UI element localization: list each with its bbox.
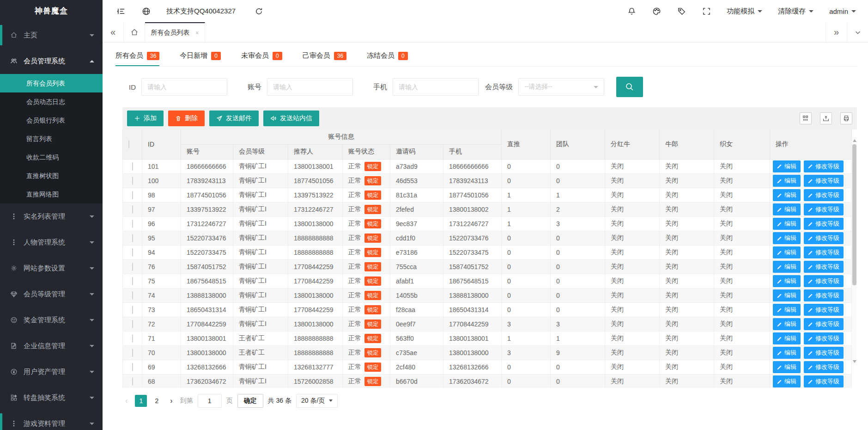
scroll-up-icon[interactable] xyxy=(853,139,856,142)
next-page-icon[interactable]: › xyxy=(167,397,175,405)
modify-level-button[interactable]: 修改等级 xyxy=(804,318,844,330)
collapse-tabs-icon[interactable]: « xyxy=(103,22,124,42)
add-button[interactable]: 添加 xyxy=(127,111,164,126)
print-button[interactable] xyxy=(840,112,852,124)
sidebar-item-3[interactable]: 人物管理系统 xyxy=(0,229,103,255)
row-checkbox[interactable] xyxy=(132,177,133,185)
function-sim-menu[interactable]: 功能模拟 xyxy=(727,7,762,16)
status-locked-badge[interactable]: 锁定 xyxy=(364,319,381,329)
sidebar-item-1[interactable]: 会员管理系统 xyxy=(0,48,103,74)
sidebar-subitem[interactable]: 留言列表 xyxy=(0,129,103,148)
modify-level-button[interactable]: 修改等级 xyxy=(804,347,844,359)
modify-level-button[interactable]: 修改等级 xyxy=(804,218,844,230)
account-filter-input[interactable] xyxy=(267,78,353,96)
modify-level-button[interactable]: 修改等级 xyxy=(804,304,844,316)
id-filter-input[interactable] xyxy=(141,78,227,96)
modify-level-button[interactable]: 修改等级 xyxy=(804,246,844,258)
edit-button[interactable]: 编辑 xyxy=(773,175,801,187)
sidebar-item-10[interactable]: 游戏资料管理 xyxy=(0,411,103,430)
status-locked-badge[interactable]: 锁定 xyxy=(364,305,381,314)
member-tab-0[interactable]: 所有会员36 xyxy=(115,51,159,66)
modify-level-button[interactable]: 修改等级 xyxy=(804,361,844,373)
edit-button[interactable]: 编辑 xyxy=(773,304,801,316)
status-locked-badge[interactable]: 锁定 xyxy=(364,233,381,243)
member-tab-2[interactable]: 未审会员0 xyxy=(241,51,282,66)
edit-button[interactable]: 编辑 xyxy=(773,289,801,301)
row-checkbox[interactable] xyxy=(132,320,133,328)
sidebar-subitem[interactable]: 直推网络图 xyxy=(0,185,103,203)
menu-toggle-icon[interactable] xyxy=(116,6,126,16)
row-checkbox[interactable] xyxy=(132,363,133,371)
refresh-icon[interactable] xyxy=(254,6,263,16)
modify-level-button[interactable]: 修改等级 xyxy=(804,189,844,201)
edit-button[interactable]: 编辑 xyxy=(773,246,801,258)
edit-button[interactable]: 编辑 xyxy=(773,275,801,287)
sidebar-item-9[interactable]: 转盘抽奖系统 xyxy=(0,385,103,411)
row-checkbox[interactable] xyxy=(132,263,133,271)
row-checkbox[interactable] xyxy=(132,291,133,300)
bell-icon[interactable] xyxy=(627,6,636,16)
export-button[interactable] xyxy=(820,112,832,124)
edit-button[interactable]: 编辑 xyxy=(773,347,801,359)
expand-tabs-icon[interactable]: » xyxy=(826,22,847,42)
status-locked-badge[interactable]: 锁定 xyxy=(364,219,381,228)
close-icon[interactable]: × xyxy=(195,29,199,37)
status-locked-badge[interactable]: 锁定 xyxy=(364,348,381,357)
send-email-button[interactable]: 发送邮件 xyxy=(209,111,259,126)
clear-cache-menu[interactable]: 清除缓存 xyxy=(778,7,813,16)
select-all-checkbox[interactable] xyxy=(128,140,129,148)
globe-icon[interactable] xyxy=(141,6,151,16)
status-locked-badge[interactable]: 锁定 xyxy=(364,205,381,214)
modify-level-button[interactable]: 修改等级 xyxy=(804,275,844,287)
status-locked-badge[interactable]: 锁定 xyxy=(364,262,381,271)
edit-button[interactable]: 编辑 xyxy=(773,361,801,373)
edit-button[interactable]: 编辑 xyxy=(773,218,801,230)
tag-icon[interactable] xyxy=(677,6,686,16)
page-size-select[interactable]: 20 条/页 xyxy=(296,394,338,408)
sidebar-item-6[interactable]: 奖金管理系统 xyxy=(0,307,103,333)
modify-level-button[interactable]: 修改等级 xyxy=(804,261,844,273)
prev-page-icon[interactable]: ‹ xyxy=(122,397,130,405)
level-filter-select[interactable]: --请选择-- xyxy=(518,78,604,96)
edit-button[interactable]: 编辑 xyxy=(773,318,801,330)
modify-level-button[interactable]: 修改等级 xyxy=(804,375,844,387)
sidebar-item-4[interactable]: 网站参数设置 xyxy=(0,255,103,281)
modify-level-button[interactable]: 修改等级 xyxy=(804,232,844,244)
phone-filter-input[interactable] xyxy=(393,78,479,96)
status-locked-badge[interactable]: 锁定 xyxy=(364,162,381,171)
status-locked-badge[interactable]: 锁定 xyxy=(364,362,381,372)
row-checkbox[interactable] xyxy=(132,234,133,242)
modify-level-button[interactable]: 修改等级 xyxy=(804,175,844,187)
sidebar-subitem[interactable]: 所有会员列表 xyxy=(0,74,103,92)
tab-menu-chevron-icon[interactable] xyxy=(847,22,868,42)
theme-palette-icon[interactable] xyxy=(652,6,661,16)
edit-button[interactable]: 编辑 xyxy=(773,261,801,273)
scroll-down-icon[interactable] xyxy=(853,360,856,363)
page-number-2[interactable]: 2 xyxy=(151,395,163,407)
sidebar-subitem[interactable]: 收款二维码 xyxy=(0,148,103,166)
sidebar-subitem[interactable]: 直推树状图 xyxy=(0,166,103,185)
member-tab-3[interactable]: 己审会员36 xyxy=(303,51,346,66)
edit-button[interactable]: 编辑 xyxy=(773,160,801,172)
sidebar-item-7[interactable]: 企业信息管理 xyxy=(0,333,103,359)
edit-button[interactable]: 编辑 xyxy=(773,232,801,244)
edit-button[interactable]: 编辑 xyxy=(773,203,801,215)
table-scrollbar[interactable] xyxy=(851,137,857,365)
member-tab-4[interactable]: 冻结会员0 xyxy=(367,51,408,66)
row-checkbox[interactable] xyxy=(132,349,133,357)
status-locked-badge[interactable]: 锁定 xyxy=(364,276,381,286)
goto-page-input[interactable] xyxy=(198,394,222,408)
status-locked-badge[interactable]: 锁定 xyxy=(364,248,381,257)
member-tab-1[interactable]: 今日新增0 xyxy=(180,51,221,66)
admin-menu[interactable]: admin xyxy=(829,7,856,15)
send-message-button[interactable]: 发送站内信 xyxy=(263,111,319,126)
edit-button[interactable]: 编辑 xyxy=(773,189,801,201)
modify-level-button[interactable]: 修改等级 xyxy=(804,289,844,301)
fullscreen-icon[interactable] xyxy=(702,6,711,16)
row-checkbox[interactable] xyxy=(132,377,133,386)
status-locked-badge[interactable]: 锁定 xyxy=(364,377,381,386)
modify-level-button[interactable]: 修改等级 xyxy=(804,332,844,344)
home-icon[interactable] xyxy=(124,22,145,42)
edit-button[interactable]: 编辑 xyxy=(773,375,801,387)
scrollbar-thumb[interactable] xyxy=(852,144,856,285)
